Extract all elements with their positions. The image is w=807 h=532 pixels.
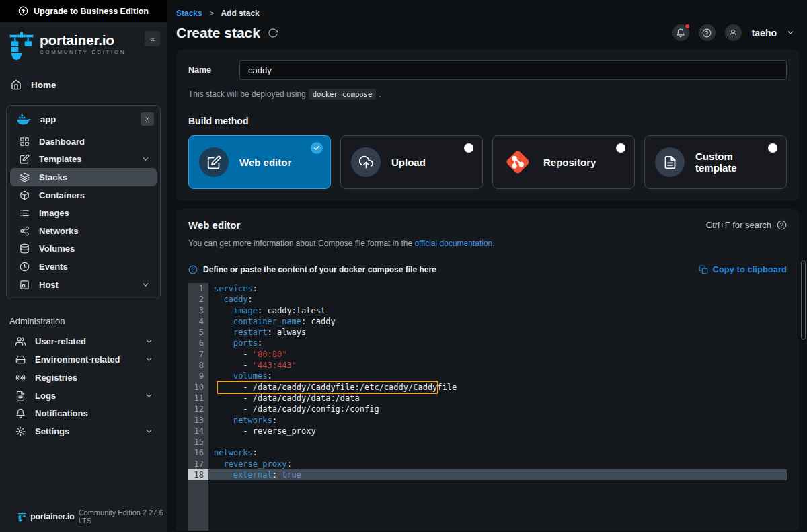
deploy-note-prefix: This stack will be deployed using xyxy=(188,89,306,99)
environment-close-button[interactable] xyxy=(141,112,154,126)
sidebar-item-label: Registries xyxy=(35,373,77,383)
search-hint: Ctrl+F for search xyxy=(706,220,787,230)
sidebar-item-label: Networks xyxy=(39,226,79,236)
compose-code-editor[interactable]: 1services:2 caddy:3 image: caddy:latest4… xyxy=(188,283,787,531)
line-content: container_name: caddy xyxy=(208,316,787,327)
sidebar-item-logs[interactable]: Logs xyxy=(0,387,167,405)
code-line-14[interactable]: 14 - reverse_proxy xyxy=(188,426,787,436)
code-line-3[interactable]: 3 image: caddy:latest xyxy=(188,305,787,316)
code-line-6[interactable]: 6 ports: xyxy=(188,338,787,348)
sidebar-item-label: Volumes xyxy=(39,243,75,254)
copy-to-clipboard-button[interactable]: Copy to clipboard xyxy=(699,264,787,274)
code-line-15[interactable]: 15 xyxy=(188,436,787,447)
upgrade-banner-button[interactable]: Upgrade to Business Edition xyxy=(0,0,167,22)
notifications-bell-button[interactable] xyxy=(672,24,689,41)
sidebar-item-label: Host xyxy=(39,280,59,290)
username[interactable]: taeho xyxy=(752,28,777,38)
page-title: Create stack xyxy=(176,25,260,41)
line-content: restart: always xyxy=(208,327,787,338)
line-content: - /data/caddy/config:/config xyxy=(208,404,787,414)
search-hint-label: Ctrl+F for search xyxy=(706,220,771,230)
web-editor-header: Web editor Ctrl+F for search xyxy=(188,209,787,231)
breadcrumb-stacks-link[interactable]: Stacks xyxy=(176,9,202,18)
code-line-7[interactable]: 7 - "80:80" xyxy=(188,349,787,360)
settings-icon xyxy=(15,426,26,436)
sidebar-item-user-related[interactable]: User-related xyxy=(0,332,167,350)
sidebar-item-environment-related[interactable]: Environment-related xyxy=(0,350,167,369)
user-menu-chevron-icon[interactable] xyxy=(786,28,795,37)
code-line-17[interactable]: 17 reverse_proxy: xyxy=(188,459,787,469)
official-documentation-link[interactable]: official documentation. xyxy=(414,239,494,248)
code-line-9[interactable]: 9 volumes: xyxy=(188,371,787,381)
code-line-1[interactable]: 1services: xyxy=(188,283,787,294)
environment-name: app xyxy=(40,114,56,124)
home-icon xyxy=(11,79,22,90)
sidebar-item-registries[interactable]: Registries xyxy=(0,369,167,387)
build-method-web-editor[interactable]: Web editor xyxy=(188,135,331,189)
sidebar-item-dashboard[interactable]: Dashboard xyxy=(10,132,157,151)
sidebar-item-notifications[interactable]: Notifications xyxy=(0,405,167,423)
code-line-2[interactable]: 2 caddy: xyxy=(188,294,787,305)
sidebar-item-events[interactable]: Events xyxy=(10,258,157,276)
code-lines: 1services:2 caddy:3 image: caddy:latest4… xyxy=(188,283,787,480)
sidebar-item-label: Stacks xyxy=(39,172,67,182)
portainer-app: Upgrade to Business Edition portainer.io… xyxy=(0,0,807,532)
sidebar-item-networks[interactable]: Networks xyxy=(10,222,157,240)
name-row: Name xyxy=(188,60,787,80)
home-label: Home xyxy=(31,80,56,90)
code-line-18[interactable]: 18 external: true xyxy=(188,469,787,480)
code-line-10[interactable]: 10 - /data/caddy/Caddyfile:/etc/caddy/Ca… xyxy=(188,382,787,393)
help-button[interactable] xyxy=(699,24,716,41)
filetext-icon xyxy=(663,155,677,169)
line-content xyxy=(208,436,787,447)
code-line-5[interactable]: 5 restart: always xyxy=(188,327,787,338)
code-line-13[interactable]: 13 networks: xyxy=(188,415,787,426)
line-number: 14 xyxy=(188,426,208,436)
notification-dot xyxy=(685,24,690,29)
bell-icon xyxy=(15,408,26,418)
code-line-4[interactable]: 4 container_name: caddy xyxy=(188,316,787,327)
copy-label: Copy to clipboard xyxy=(713,264,787,274)
sidebar-footer: portainer.io Community Edition 2.27.6 LT… xyxy=(0,508,167,525)
sidebar-item-stacks[interactable]: Stacks xyxy=(10,168,157,186)
build-method-upload[interactable]: Upload xyxy=(340,135,483,189)
stack-name-input[interactable] xyxy=(239,60,787,80)
build-method-custom-template[interactable]: Custom template xyxy=(644,135,787,189)
sidebar-item-templates[interactable]: Templates xyxy=(10,151,157,169)
line-content: image: caddy:latest xyxy=(208,305,787,316)
line-content: - "80:80" xyxy=(208,349,787,360)
code-line-11[interactable]: 11 - /data/caddy/data:/data xyxy=(188,393,787,404)
sidebar-item-label: Containers xyxy=(39,190,85,200)
sidebar-item-volumes[interactable]: Volumes xyxy=(10,240,157,258)
method-label: Custom template xyxy=(695,151,776,174)
user-avatar[interactable] xyxy=(725,24,742,41)
line-content: reverse_proxy: xyxy=(208,459,787,469)
chevron-down-icon xyxy=(141,155,150,163)
page-scrollbar-thumb[interactable] xyxy=(801,260,806,340)
radio-unselected[interactable] xyxy=(464,143,473,153)
code-line-12[interactable]: 12 - /data/caddy/config:/config xyxy=(188,404,787,414)
line-number: 6 xyxy=(188,338,208,348)
sidebar-item-home[interactable]: Home xyxy=(0,76,167,93)
sidebar-item-containers[interactable]: Containers xyxy=(10,186,157,204)
help-circle-icon[interactable] xyxy=(777,220,787,230)
code-line-8[interactable]: 8 - "443:443" xyxy=(188,360,787,371)
radio-unselected[interactable] xyxy=(616,143,625,153)
environment-header[interactable]: app xyxy=(10,109,157,129)
line-content: - /data/caddy/data:/data xyxy=(208,393,787,404)
clock-icon xyxy=(20,262,30,272)
line-number: 10 xyxy=(188,382,208,393)
administration-title: Administration xyxy=(9,316,167,326)
sidebar-item-host[interactable]: Host xyxy=(10,276,157,294)
build-method-repository[interactable]: Repository xyxy=(492,135,635,189)
sidebar-collapse-button[interactable]: « xyxy=(145,31,160,46)
sidebar-item-images[interactable]: Images xyxy=(10,204,157,222)
radio-unselected[interactable] xyxy=(768,143,777,153)
main-content: Stacks > Add stack Create stack taeho xyxy=(167,0,807,532)
edit-icon xyxy=(20,154,30,164)
code-line-16[interactable]: 16networks: xyxy=(188,447,787,458)
sidebar-item-label: User-related xyxy=(35,336,86,346)
sidebar-item-settings[interactable]: Settings xyxy=(0,422,167,441)
breadcrumb-separator: > xyxy=(209,9,214,18)
refresh-icon[interactable] xyxy=(268,28,278,38)
